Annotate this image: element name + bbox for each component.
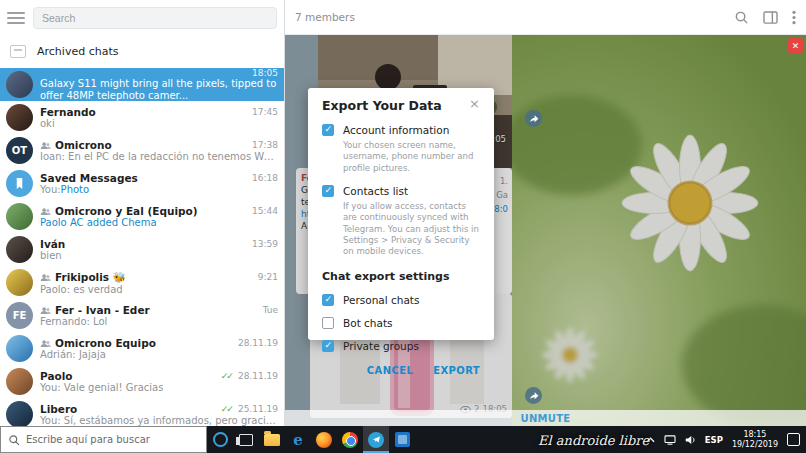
archived-chats-row[interactable]: Archived chats [0, 35, 284, 68]
red-close-badge[interactable]: ✕ [788, 38, 803, 53]
chat-area: 7 members [285, 0, 806, 426]
checkbox-contacts-list[interactable]: Contacts list [322, 185, 480, 197]
chat-preview: You: Sí, estábamos ya informados, pero g… [40, 415, 278, 426]
group-icon [40, 306, 51, 315]
chat-body: 18:05 Fe Gu te ht A 1. Ga 18:0 [285, 35, 806, 426]
read-checks-icon: ✓✓ [221, 404, 232, 414]
checkbox-icon[interactable] [322, 185, 334, 197]
members-count: 7 members [295, 11, 355, 23]
chat-list-item[interactable]: Omicrono Equipo28.11.19 Adrián: Jajaja [0, 332, 284, 365]
share-button[interactable] [525, 387, 542, 404]
section-heading: Chat export settings [322, 270, 480, 283]
checkbox-label: Contacts list [343, 185, 408, 197]
checkbox-icon[interactable] [322, 340, 334, 352]
chat-time: 9:21 [258, 272, 278, 282]
checkbox-bot-chats[interactable]: Bot chats [322, 317, 480, 329]
tray-date: 19/12/2019 [732, 440, 778, 450]
chat-header[interactable]: 7 members [285, 0, 806, 35]
checkbox-personal-chats[interactable]: Personal chats [322, 294, 480, 306]
chat-name: Omicrono y Eal (Equipo) [55, 205, 244, 217]
avatar [6, 104, 33, 131]
chat-preview-accent: Photo [61, 184, 90, 195]
checkbox-label: Private groups [343, 340, 419, 352]
chat-list-sidebar: Archived chats 18:05 Galaxy S11 might br… [0, 0, 285, 426]
toggle-sidebar-icon[interactable] [763, 11, 778, 24]
chat-list-item[interactable]: Fernando17:45 oki [0, 101, 284, 134]
chat-name: Omicrono Equipo [55, 337, 230, 349]
taskbar-search-box[interactable] [0, 426, 207, 453]
tray-expand-icon[interactable] [646, 437, 655, 443]
language-indicator[interactable]: ESP [705, 435, 723, 445]
chat-time: Tue [263, 305, 278, 315]
chat-row-main: 18:05 Galaxy S11 might bring all the pix… [40, 68, 278, 102]
checkbox-icon[interactable] [322, 317, 334, 329]
chat-name: Omicrono [55, 139, 244, 151]
share-arrow-icon [529, 391, 539, 401]
avatar [6, 203, 33, 230]
saved-messages-avatar [6, 170, 33, 197]
share-arrow-icon [529, 114, 539, 124]
chat-list-item[interactable]: Omicrono y Eal (Equipo)15:44 Paolo AC ad… [0, 200, 284, 233]
chat-list-item-selected[interactable]: 18:05 Galaxy S11 might bring all the pix… [0, 68, 284, 101]
chat-list-item[interactable]: Iván13:59 bien [0, 233, 284, 266]
checkbox-icon[interactable] [322, 124, 334, 136]
archive-icon [10, 45, 26, 58]
chat-preview: Adrián: Jajaja [40, 349, 106, 360]
search-input[interactable] [33, 7, 277, 29]
tray-clock[interactable]: 18:15 19/12/2019 [732, 430, 778, 450]
checkbox-private-groups[interactable]: Private groups [322, 340, 480, 352]
telegram-icon[interactable] [363, 426, 389, 453]
avatar: OT [6, 137, 33, 164]
taskbar-search-input[interactable] [26, 434, 199, 445]
chat-time: 25.11.19 [238, 404, 278, 414]
chat-list-item[interactable]: OT Omicrono17:38 Ioan: En el PC de la re… [0, 134, 284, 167]
firefox-icon[interactable] [311, 426, 337, 453]
checkbox-account-information[interactable]: Account information [322, 124, 480, 136]
sidebar-topbar [0, 0, 284, 35]
share-button[interactable] [525, 110, 542, 127]
chat-time: 15:44 [252, 206, 278, 216]
chat-list-item[interactable]: FE Fer - Ivan - EderTue Fernando: Lol [0, 299, 284, 332]
chat-preview: Fernando: Lol [40, 316, 107, 327]
task-view-icon[interactable] [233, 426, 259, 453]
chat-preview: oki [40, 118, 55, 129]
chat-time: 17:38 [252, 140, 278, 150]
chat-preview-accent: Paolo AC added Chema [40, 217, 157, 228]
chat-name: Libero [40, 403, 217, 415]
chat-list-item[interactable]: Libero✓✓25.11.19 You: Sí, estábamos ya i… [0, 398, 284, 426]
network-icon[interactable] [664, 435, 676, 445]
menu-hamburger-icon[interactable] [7, 12, 25, 24]
more-menu-icon[interactable] [792, 10, 796, 25]
file-explorer-icon[interactable] [259, 426, 285, 453]
chat-list-item[interactable]: Frikipolis 🐝9:21 Paolo: es verdad [0, 266, 284, 299]
checkbox-icon[interactable] [322, 294, 334, 306]
photo-message-daisy[interactable] [512, 35, 806, 426]
group-icon [40, 339, 51, 348]
checkbox-label: Account information [343, 124, 449, 136]
avatar-initials: FE [13, 310, 27, 321]
close-icon[interactable]: × [469, 98, 480, 110]
edge-icon[interactable]: e [285, 426, 311, 453]
chrome-icon[interactable] [337, 426, 363, 453]
daisy-photo [512, 35, 806, 426]
system-tray: ESP 18:15 19/12/2019 [640, 426, 806, 453]
chat-preview: You: Vale genial! Gracias [40, 382, 163, 393]
cortana-icon[interactable] [207, 426, 233, 453]
chat-preview: You: [40, 184, 61, 195]
chat-list-item[interactable]: Saved Messages16:18 You: Photo [0, 167, 284, 200]
chat-time: 13:59 [252, 239, 278, 249]
unmute-bar[interactable]: UNMUTE [285, 410, 806, 426]
chat-time: 28.11.19 [238, 371, 278, 381]
windows-taskbar: e ESP 18:15 19/12/2019 [0, 426, 806, 453]
export-button[interactable]: EXPORT [433, 365, 480, 376]
chat-list-item[interactable]: Paolo✓✓28.11.19 You: Vale genial! Gracia… [0, 365, 284, 398]
chat-name: Saved Messages [40, 172, 244, 184]
volume-icon[interactable] [685, 435, 696, 445]
cancel-button[interactable]: CANCEL [367, 365, 413, 376]
chat-name: Frikipolis 🐝 [55, 271, 250, 284]
action-center-icon[interactable] [787, 433, 800, 446]
search-icon[interactable] [734, 10, 749, 25]
chat-row-main: Omicrono17:38 Ioan: En el PC de la redac… [40, 139, 278, 162]
photos-icon[interactable] [389, 426, 415, 453]
chat-row-main: Paolo✓✓28.11.19 You: Vale genial! Gracia… [40, 370, 278, 393]
